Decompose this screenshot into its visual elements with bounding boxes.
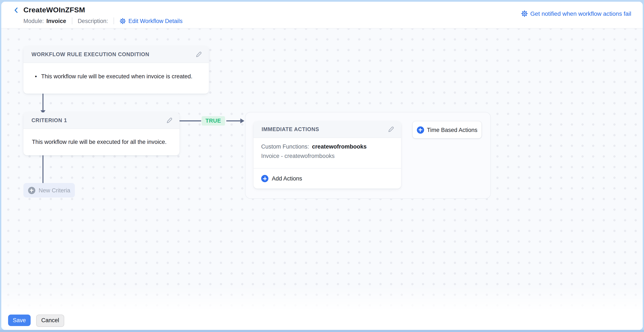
description-label: Description:	[78, 18, 108, 24]
add-actions-button[interactable]: Add Actions	[254, 168, 401, 189]
notify-on-failure-link[interactable]: Get notified when workflow actions fail	[521, 10, 631, 17]
pencil-icon	[195, 51, 202, 58]
add-actions-label: Add Actions	[272, 175, 302, 182]
new-criteria-button[interactable]: New Criteria	[24, 183, 75, 197]
module-value: Invoice	[46, 18, 66, 24]
execution-condition-title: WORKFLOW RULE EXECUTION CONDITION	[32, 52, 149, 58]
page-title: CreateWOInZFSM	[24, 6, 85, 15]
workflow-editor: CreateWOInZFSM Module: Invoice Descripti…	[1, 2, 643, 330]
edit-workflow-details-label: Edit Workflow Details	[128, 18, 183, 24]
workflow-canvas: WORKFLOW RULE EXECUTION CONDITION • This…	[1, 28, 643, 330]
execution-condition-text: This workflow rule will be executed when…	[41, 73, 192, 80]
notify-on-failure-label: Get notified when workflow actions fail	[530, 10, 631, 17]
criterion-title: CRITERION 1	[32, 118, 67, 123]
pencil-icon	[166, 117, 173, 124]
criterion-text: This workflow rule will be executed for …	[24, 129, 180, 145]
back-button[interactable]	[13, 7, 20, 14]
gear-icon	[120, 18, 126, 24]
footer: Save Cancel	[1, 311, 643, 330]
chevron-left-icon	[13, 7, 20, 14]
custom-function-subtext: Invoice - createwofrombooks	[261, 153, 394, 159]
app-window: CreateWOInZFSM Module: Invoice Descripti…	[0, 0, 644, 332]
cancel-button[interactable]: Cancel	[36, 314, 64, 327]
time-based-actions-label: Time Based Actions	[427, 127, 478, 133]
plus-circle-icon	[261, 175, 268, 182]
plus-circle-icon	[417, 126, 424, 133]
immediate-actions-card: IMMEDIATE ACTIONS Custom Functions:creat…	[254, 121, 401, 189]
divider	[114, 18, 114, 24]
divider	[72, 18, 72, 24]
custom-function-name: createwofrombooks	[312, 143, 367, 150]
header: CreateWOInZFSM Module: Invoice Descripti…	[1, 2, 643, 29]
edit-workflow-details-link[interactable]: Edit Workflow Details	[120, 18, 183, 24]
plus-circle-icon	[28, 187, 35, 194]
footer-fade	[1, 286, 643, 311]
bullet-glyph: •	[35, 73, 37, 80]
pencil-icon	[388, 126, 394, 133]
execution-condition-card: WORKFLOW RULE EXECUTION CONDITION • This…	[24, 46, 209, 94]
window-bottom-edge	[0, 330, 644, 332]
immediate-actions-title: IMMEDIATE ACTIONS	[262, 126, 319, 132]
edit-execution-condition-button[interactable]	[195, 51, 202, 58]
save-button[interactable]: Save	[8, 314, 31, 326]
true-branch-badge: TRUE	[202, 116, 225, 126]
module-label: Module:	[24, 18, 44, 24]
edit-immediate-actions-button[interactable]	[388, 126, 394, 133]
gear-icon	[521, 10, 528, 17]
time-based-actions-button[interactable]: Time Based Actions	[412, 121, 482, 138]
criterion-card: CRITERION 1 This workflow rule will be e…	[24, 112, 180, 155]
custom-functions-label: Custom Functions:	[261, 143, 309, 150]
new-criteria-label: New Criteria	[39, 187, 70, 193]
edit-criterion-button[interactable]	[166, 117, 173, 124]
